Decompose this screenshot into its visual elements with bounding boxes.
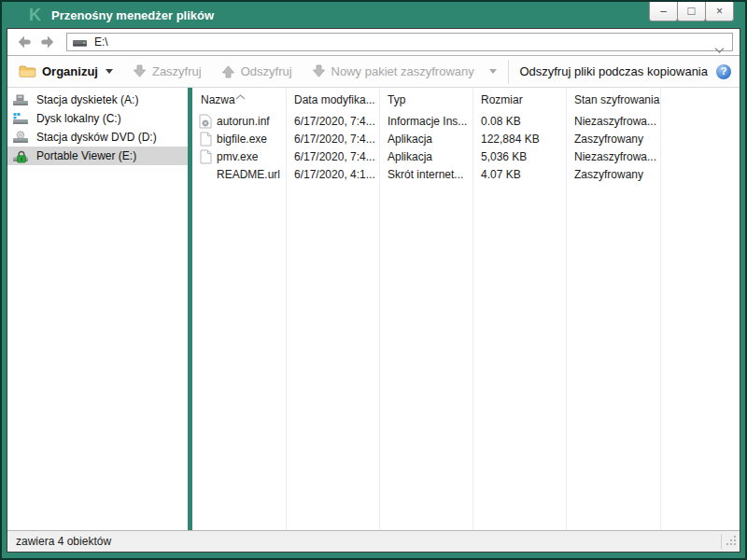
sidebar-item-floppy-a[interactable]: Stacja dyskietek (A:) (7, 91, 188, 109)
file-type: Aplikacja (379, 150, 472, 163)
kaspersky-logo-icon: K (29, 7, 41, 23)
file-encryption-status: Zaszyfrowany (566, 133, 660, 146)
chevron-down-icon (714, 48, 725, 53)
navigation-bar: E:\ (7, 29, 740, 56)
column-header-size[interactable]: Rozmiar (472, 88, 566, 112)
encrypt-button[interactable]: Zaszyfruj (133, 64, 202, 78)
window-title: Przenośny menedżer plików (51, 8, 214, 22)
file-name-cell: pmv.exe (192, 149, 286, 164)
folder-icon (19, 64, 36, 78)
decrypt-button[interactable]: Odszyfruj (221, 64, 292, 78)
new-package-caret-icon (489, 69, 497, 74)
file-name-cell: autorun.inf (192, 114, 286, 129)
file-size: 4.07 KB (472, 168, 566, 181)
status-bar-separator (721, 534, 722, 549)
grip-dots-icon (726, 535, 738, 547)
maximize-button[interactable]: □ (677, 2, 706, 21)
column-separator-line (566, 88, 567, 530)
drive-sidebar: Stacja dyskietek (A:) (7, 88, 188, 530)
file-encryption-status: Zaszyfrowany (566, 168, 660, 181)
file-row[interactable]: pmv.exe 6/17/2020, 7:4... Aplikacja 5,03… (192, 147, 740, 165)
sidebar-item-label: Portable Viewer (E:) (36, 149, 136, 162)
file-size: 0.08 KB (472, 115, 566, 128)
status-bar: zawiera 4 obiektów (7, 530, 740, 552)
file-type: Informacje Ins... (379, 115, 472, 128)
file-date: 6/17/2020, 7:4... (286, 150, 379, 163)
column-separator-line (379, 88, 380, 530)
toolbar-separator (508, 60, 509, 84)
decrypt-label: Odszyfruj (241, 64, 292, 78)
file-row[interactable]: README.url 6/17/2020, 4:1... Skrót inter… (192, 165, 740, 183)
toolbar: Organizuj Zaszyfruj Odszyfruj (7, 56, 740, 88)
address-bar[interactable]: E:\ (66, 33, 733, 51)
sort-ascending-icon (235, 90, 246, 103)
file-name-cell: README.url (192, 168, 286, 181)
file-date: 6/17/2020, 4:1... (286, 168, 379, 181)
encrypted-drive-icon (12, 148, 29, 163)
column-header-encryption-status[interactable]: Stan szyfrowania (566, 88, 660, 112)
column-header-label: Stan szyfrowania (574, 93, 659, 106)
status-text: zawiera 4 obiektów (16, 535, 111, 548)
title-bar: K Przenośny menedżer plików – □ × (2, 2, 745, 28)
address-dropdown-button[interactable] (714, 40, 725, 57)
forward-button[interactable] (38, 35, 55, 50)
back-icon (17, 35, 33, 49)
main-area: Stacja dyskietek (A:) (7, 88, 740, 530)
app-window: K Przenośny menedżer plików – □ × (2, 2, 745, 558)
question-mark-icon: ? (721, 66, 727, 77)
arrow-down-icon (133, 64, 147, 78)
file-row[interactable]: bigfile.exe 6/17/2020, 7:4... Aplikacja … (192, 130, 740, 147)
file-icon (199, 149, 212, 164)
file-type: Skrót internet... (379, 168, 472, 181)
dvd-drive-icon (12, 131, 29, 145)
sidebar-item-label: Stacja dysków DVD (D:) (36, 131, 157, 144)
column-header-type[interactable]: Typ (379, 88, 472, 112)
file-size: 5,036 KB (472, 150, 566, 163)
file-date: 6/17/2020, 7:4... (286, 133, 379, 146)
column-header-label: Rozmiar (481, 93, 523, 106)
new-encrypted-package-label: Nowy pakiet zaszyfrowany (331, 64, 474, 78)
back-button[interactable] (16, 35, 33, 50)
close-button[interactable]: × (705, 2, 734, 21)
file-name: pmv.exe (217, 150, 258, 163)
new-encrypted-package-button[interactable]: Nowy pakiet zaszyfrowany (312, 64, 497, 78)
floppy-drive-icon (12, 93, 29, 107)
column-header-label: Typ (388, 93, 405, 106)
file-encryption-status: Niezaszyfrowa... (566, 115, 660, 128)
column-header-date-modified[interactable]: Data modyfika... (286, 88, 379, 112)
file-row[interactable]: autorun.inf 6/17/2020, 7:4... Informacje… (192, 112, 740, 130)
minimize-button[interactable]: – (649, 2, 678, 21)
file-size: 122,884 KB (472, 133, 566, 146)
column-header-filler (660, 88, 740, 112)
minimize-icon: – (660, 6, 667, 17)
local-disk-icon (12, 112, 29, 126)
organize-button[interactable]: Organizuj (19, 64, 113, 78)
close-icon: × (716, 6, 723, 17)
sidebar-item-local-disk-c[interactable]: Dysk lokalny (C:) (7, 109, 188, 128)
sidebar-item-portable-viewer-e[interactable]: Portable Viewer (E:) (7, 147, 188, 165)
file-name: bigfile.exe (217, 133, 267, 146)
file-name: autorun.inf (217, 115, 270, 128)
organize-caret-icon (106, 69, 113, 74)
organize-label: Organizuj (42, 64, 98, 78)
file-name-cell: bigfile.exe (192, 132, 286, 147)
window-controls: – □ × (650, 2, 734, 21)
column-separator-line (660, 88, 661, 530)
file-name: README.url (217, 168, 280, 181)
encrypt-label: Zaszyfruj (152, 64, 202, 78)
resize-grip[interactable] (726, 535, 738, 550)
file-list-panel: Nazwa Data modyfika... Typ Rozmiar Stan … (192, 88, 740, 530)
column-header-name[interactable]: Nazwa (192, 88, 286, 112)
maximize-icon: □ (688, 5, 696, 17)
decrypt-on-copy-option[interactable]: Odszyfruj pliki podczas kopiowania (519, 64, 708, 78)
file-encryption-status: Niezaszyfrowa... (566, 150, 660, 163)
forward-icon (39, 35, 55, 49)
column-separator-line (472, 88, 473, 530)
autorun-icon (199, 114, 212, 129)
arrow-up-icon (221, 64, 235, 78)
sidebar-item-dvd-d[interactable]: Stacja dysków DVD (D:) (7, 128, 188, 147)
column-header-label: Data modyfika... (294, 93, 375, 106)
file-type: Aplikacja (379, 133, 472, 146)
file-date: 6/17/2020, 7:4... (286, 115, 379, 128)
help-button[interactable]: ? (716, 64, 731, 79)
